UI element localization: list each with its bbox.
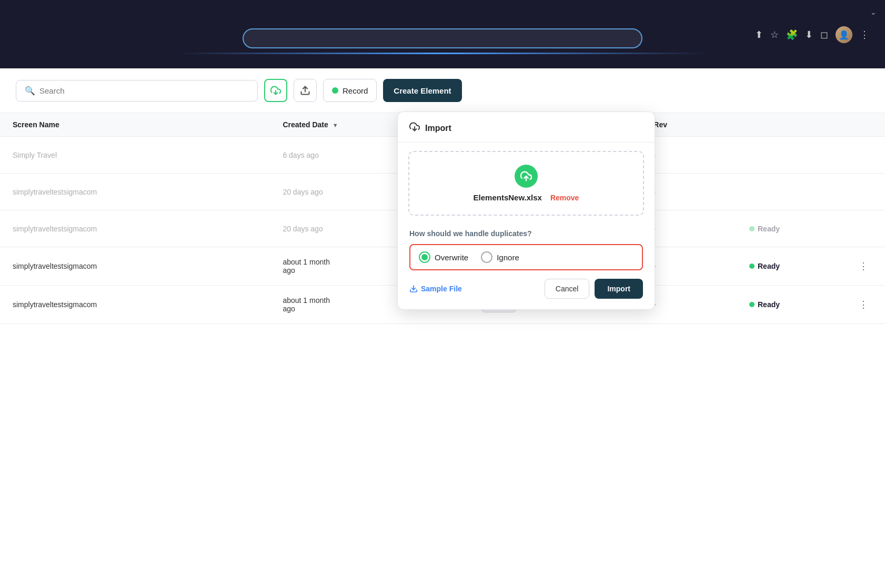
browser-top-bar: ⌄ [0, 0, 885, 24]
upload-area[interactable]: ElementsNew.xlsx Remove [408, 151, 644, 216]
cell-more [842, 210, 885, 247]
cell-screen-name: simplytraveltestsigmacom [0, 210, 270, 247]
cell-status [737, 137, 842, 174]
status-label: Ready [758, 262, 780, 270]
browser-chrome: ⌄ ⬆ ☆ 🧩 ⬇ ◻ 👤 ⋮ [0, 0, 885, 68]
cell-status: Ready [737, 286, 842, 324]
cell-rev: - [641, 247, 737, 286]
record-label: Record [343, 86, 368, 95]
cell-screen-name: simplytraveltestsigmacom [0, 286, 270, 324]
cell-rev: - [641, 174, 737, 210]
status-ready: Ready [749, 300, 829, 309]
upload-icon [515, 165, 538, 188]
status-dot [749, 302, 755, 307]
action-buttons: Cancel Import [545, 279, 643, 299]
dropdown-header: Import [398, 112, 655, 143]
cell-screen-name: simplytraveltestsigmacom [0, 247, 270, 286]
radio-circle-overwrite [419, 251, 430, 263]
search-input[interactable] [39, 86, 249, 95]
status-dot [749, 226, 755, 231]
cell-status: Ready [737, 247, 842, 286]
cell-more [842, 137, 885, 174]
import-submit-button[interactable]: Import [595, 279, 643, 299]
search-icon: 🔍 [25, 86, 35, 96]
status-dot [749, 263, 755, 269]
duplicates-section: How should we handle duplicates? Overwri… [398, 224, 655, 270]
more-options-icon[interactable]: ⋮ [860, 29, 869, 40]
export-button[interactable] [294, 79, 317, 102]
upload-file-row: ElementsNew.xlsx Remove [420, 193, 632, 202]
sample-file-button[interactable]: Sample File [409, 285, 462, 293]
cell-screen-name: simplytraveltestsigmacom [0, 174, 270, 210]
record-button[interactable]: Record [323, 79, 377, 102]
cell-rev: - [641, 137, 737, 174]
download-icon[interactable]: ⬇ [805, 29, 813, 40]
search-container: 🔍 [16, 80, 258, 102]
split-view-icon[interactable]: ◻ [820, 29, 828, 40]
toolbar: 🔍 Record Create Element [0, 68, 885, 113]
status-label: Ready [758, 300, 780, 309]
filename-label: ElementsNew.xlsx [474, 193, 542, 202]
cell-more: ⋮ [842, 247, 885, 286]
remove-button[interactable]: Remove [550, 194, 579, 202]
col-status [737, 113, 842, 137]
status-ready: Ready [749, 262, 829, 270]
cell-screen-name: Simply Travel [0, 137, 270, 174]
import-dropdown: Import ElementsNew.xlsx Remove How shoul… [397, 111, 655, 310]
cell-more [842, 174, 885, 210]
browser-nav-icons: ⬆ ☆ 🧩 ⬇ ◻ 👤 ⋮ [755, 26, 869, 43]
status-ready: Ready [749, 225, 829, 233]
address-bar[interactable] [243, 28, 642, 48]
user-avatar[interactable]: 👤 [836, 26, 852, 43]
record-dot [332, 87, 338, 94]
radio-group-duplicates: Overwrite Ignore [409, 244, 643, 270]
radio-circle-ignore [481, 251, 492, 263]
cell-rev: - [641, 286, 737, 324]
share-icon[interactable]: ⬆ [755, 29, 763, 40]
filter-icon[interactable]: ▼ [333, 122, 338, 128]
cell-status [737, 174, 842, 210]
more-button[interactable]: ⋮ [854, 297, 872, 312]
chevron-down-icon[interactable]: ⌄ [870, 8, 877, 16]
dropdown-actions: Sample File Cancel Import [398, 270, 655, 299]
radio-option-overwrite[interactable]: Overwrite [419, 251, 468, 263]
avatar-face: 👤 [836, 26, 852, 43]
overwrite-label: Overwrite [435, 253, 468, 262]
cancel-button[interactable]: Cancel [545, 279, 590, 299]
browser-progress-line [0, 53, 885, 54]
status-label: Ready [758, 225, 780, 233]
col-screen-name: Screen Name [0, 113, 270, 137]
radio-option-ignore[interactable]: Ignore [481, 251, 519, 263]
cell-status: Ready [737, 210, 842, 247]
duplicates-label: How should we handle duplicates? [409, 229, 643, 238]
dropdown-title: Import [425, 124, 451, 133]
import-dropdown-icon [409, 121, 420, 135]
more-button[interactable]: ⋮ [854, 258, 872, 274]
create-element-button[interactable]: Create Element [383, 79, 461, 102]
col-actions [842, 113, 885, 137]
star-icon[interactable]: ☆ [770, 29, 779, 40]
cell-rev: - [641, 210, 737, 247]
col-rev: Rev [641, 113, 737, 137]
import-button[interactable] [264, 79, 287, 102]
main-content: 🔍 Record Create Element [0, 68, 885, 588]
browser-address-bar [0, 24, 885, 53]
cell-more: ⋮ [842, 286, 885, 324]
sample-file-label: Sample File [421, 285, 462, 293]
ignore-label: Ignore [497, 253, 519, 262]
extensions-icon[interactable]: 🧩 [786, 29, 798, 40]
